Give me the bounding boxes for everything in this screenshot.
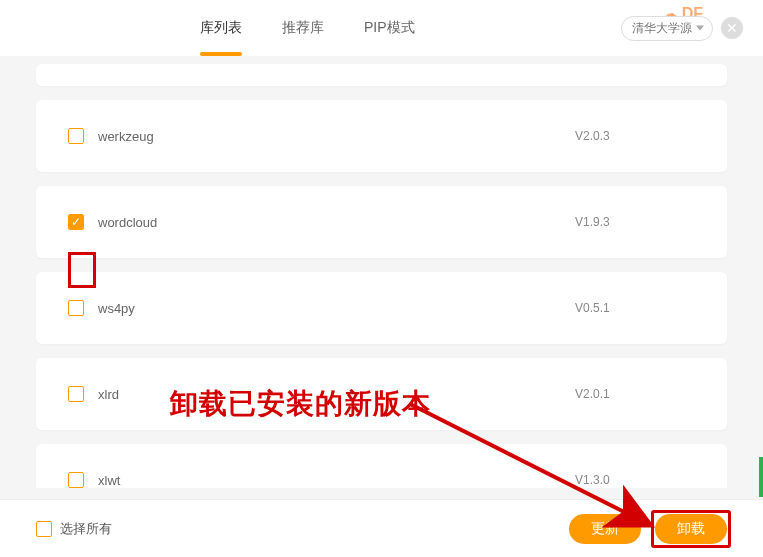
library-list: werkzeug V2.0.3 wordcloud V1.9.3 ws4py V… [0, 56, 763, 488]
tab-library-list[interactable]: 库列表 [200, 0, 242, 56]
tab-pip-mode[interactable]: PIP模式 [364, 0, 415, 56]
checkbox[interactable] [68, 386, 84, 402]
select-all-checkbox[interactable] [36, 521, 52, 537]
library-version: V1.9.3 [575, 215, 695, 229]
tabs: 库列表 推荐库 PIP模式 [200, 0, 415, 56]
checkbox[interactable] [68, 214, 84, 230]
list-item: xlrd V2.0.1 [36, 358, 727, 430]
uninstall-button[interactable]: 卸载 [655, 514, 727, 544]
library-name: xlrd [98, 387, 575, 402]
list-item-partial [36, 64, 727, 86]
list-item: wordcloud V1.9.3 [36, 186, 727, 258]
decorative-edge [759, 457, 763, 497]
library-name: ws4py [98, 301, 575, 316]
list-item: xlwt V1.3.0 [36, 444, 727, 488]
checkbox[interactable] [68, 128, 84, 144]
library-version: V2.0.3 [575, 129, 695, 143]
library-version: V1.3.0 [575, 473, 695, 487]
checkbox[interactable] [68, 300, 84, 316]
library-version: V0.5.1 [575, 301, 695, 315]
library-name: werkzeug [98, 129, 575, 144]
library-name: wordcloud [98, 215, 575, 230]
tab-recommended[interactable]: 推荐库 [282, 0, 324, 56]
source-select[interactable]: 清华大学源 [621, 16, 713, 41]
header: 库列表 推荐库 PIP模式 ☁ DF 清华大学源 ✕ [0, 0, 763, 56]
checkbox[interactable] [68, 472, 84, 488]
close-icon[interactable]: ✕ [721, 17, 743, 39]
library-version: V2.0.1 [575, 387, 695, 401]
footer: 选择所有 更新 卸载 [0, 499, 763, 557]
library-name: xlwt [98, 473, 575, 488]
list-item: werkzeug V2.0.3 [36, 100, 727, 172]
select-all-label: 选择所有 [60, 520, 555, 538]
list-item: ws4py V0.5.1 [36, 272, 727, 344]
update-button[interactable]: 更新 [569, 514, 641, 544]
